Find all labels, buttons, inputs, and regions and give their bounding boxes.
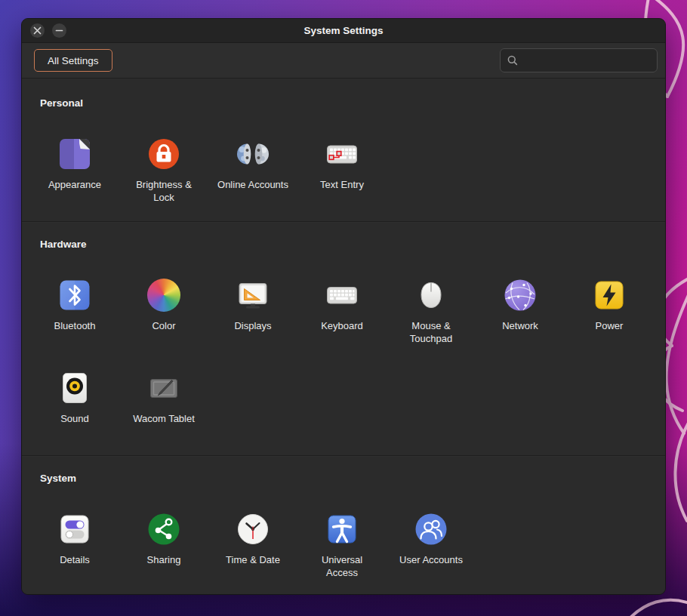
displays-icon <box>235 277 271 313</box>
mouse-icon <box>413 277 449 313</box>
settings-item-online-accounts[interactable]: Online Accounts <box>208 136 297 221</box>
accessibility-icon <box>324 511 360 547</box>
section-header-system: System <box>22 473 665 484</box>
settings-item-appearance[interactable]: Appearance <box>30 136 119 221</box>
settings-item-keyboard[interactable]: Keyboard <box>297 277 387 362</box>
settings-item-universal-access[interactable]: Universal Access <box>297 511 387 594</box>
settings-item-label: Appearance <box>48 179 101 192</box>
power-bolt-icon <box>591 277 627 313</box>
settings-item-details[interactable]: Details <box>30 511 119 594</box>
brightness-lock-icon <box>146 136 182 172</box>
search-input[interactable] <box>523 55 651 66</box>
settings-item-label: Sound <box>60 413 89 426</box>
network-globe-icon <box>502 277 538 313</box>
minimize-icon <box>55 26 63 35</box>
settings-item-time-date[interactable]: Time & Date <box>208 511 297 594</box>
settings-item-text-entry[interactable]: Text Entry <box>297 136 387 221</box>
settings-item-user-accounts[interactable]: User Accounts <box>387 511 476 594</box>
close-icon <box>33 26 42 35</box>
section-header-hardware: Hardware <box>22 239 665 250</box>
personal-grid: Appearance Brightness & Lock <box>22 136 656 221</box>
settings-item-label: Mouse & Touchpad <box>395 320 467 345</box>
settings-item-label: Sharing <box>147 554 181 567</box>
settings-item-label: Brightness & Lock <box>128 179 200 204</box>
settings-item-label: Online Accounts <box>217 179 288 192</box>
close-button[interactable] <box>30 23 45 38</box>
settings-item-brightness-lock[interactable]: Brightness & Lock <box>119 136 208 221</box>
settings-item-label: Universal Access <box>306 554 378 579</box>
clock-icon <box>235 511 271 547</box>
settings-item-sharing[interactable]: Sharing <box>119 511 208 594</box>
settings-item-label: Bluetooth <box>54 320 96 333</box>
system-grid: Details Sharing <box>22 511 656 594</box>
settings-item-label: Displays <box>234 320 271 333</box>
section-divider <box>22 221 665 222</box>
minimize-button[interactable] <box>52 23 66 38</box>
settings-item-label: Power <box>596 320 624 333</box>
all-settings-button[interactable]: All Settings <box>34 49 112 72</box>
appearance-icon <box>57 136 93 172</box>
settings-item-mouse-touchpad[interactable]: Mouse & Touchpad <box>387 277 476 362</box>
hardware-grid: Bluetooth Color Displays <box>22 277 656 455</box>
settings-content: Personal Appearance <box>22 79 665 594</box>
color-wheel-icon <box>146 277 182 313</box>
keyboard-icon <box>324 277 360 313</box>
settings-item-label: Time & Date <box>226 554 280 567</box>
titlebar: System Settings <box>22 19 665 43</box>
text-entry-icon <box>324 136 360 172</box>
settings-item-network[interactable]: Network <box>476 277 565 362</box>
share-icon <box>146 511 182 547</box>
toolbar: All Settings <box>22 43 665 79</box>
section-header-personal: Personal <box>22 97 665 109</box>
users-icon <box>413 511 449 547</box>
settings-item-sound[interactable]: Sound <box>30 370 119 455</box>
settings-item-color[interactable]: Color <box>119 277 208 362</box>
settings-item-label: Color <box>152 320 175 333</box>
online-accounts-icon <box>235 136 271 172</box>
settings-item-power[interactable]: Power <box>565 277 654 362</box>
settings-item-label: User Accounts <box>399 554 463 567</box>
settings-item-label: Keyboard <box>321 320 363 333</box>
search-box[interactable] <box>500 48 658 72</box>
speaker-icon <box>57 370 93 406</box>
settings-item-label: Wacom Tablet <box>133 413 195 426</box>
settings-item-label: Network <box>502 320 538 333</box>
settings-item-label: Text Entry <box>320 179 364 192</box>
section-divider <box>22 455 665 456</box>
wacom-tablet-icon <box>146 370 182 406</box>
search-icon <box>507 54 519 66</box>
settings-item-wacom-tablet[interactable]: Wacom Tablet <box>119 370 208 455</box>
window-title: System Settings <box>22 25 665 36</box>
system-settings-window: System Settings All Settings Personal <box>21 18 666 595</box>
settings-item-displays[interactable]: Displays <box>208 277 297 362</box>
bluetooth-icon <box>57 277 93 313</box>
settings-item-bluetooth[interactable]: Bluetooth <box>30 277 119 362</box>
toggles-icon <box>57 511 93 547</box>
settings-item-label: Details <box>60 554 90 567</box>
